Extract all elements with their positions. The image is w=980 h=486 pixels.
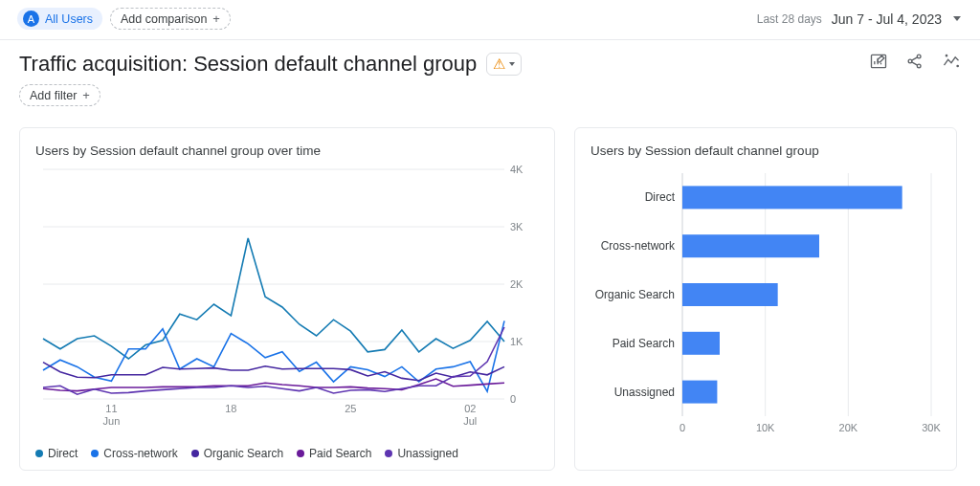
legend-item[interactable]: Unassigned: [385, 447, 457, 460]
bar-unassigned: [682, 381, 717, 404]
bar-category-label: Unassigned: [614, 386, 675, 399]
topbar-left: A All Users Add comparison +: [17, 8, 231, 30]
x-tick-label: 11: [105, 403, 117, 414]
report-header: Traffic acquisition: Session default cha…: [0, 40, 980, 110]
add-comparison-button[interactable]: Add comparison +: [110, 8, 231, 30]
bar-chart-card: Users by Session default channel group 0…: [574, 127, 957, 471]
share-icon[interactable]: [905, 52, 924, 71]
add-filter-label: Add filter: [30, 89, 77, 102]
line-chart-card: Users by Session default channel group o…: [19, 127, 555, 471]
bar-category-label: Cross-network: [601, 239, 676, 253]
y-tick-label: 1K: [510, 336, 523, 347]
svg-line-7: [912, 57, 918, 60]
add-comparison-label: Add comparison: [121, 12, 207, 26]
bar-organic-search: [682, 283, 778, 306]
x-tick-label: 0: [679, 422, 685, 433]
y-tick-label: 2K: [510, 278, 523, 290]
y-tick-label: 4K: [510, 166, 523, 175]
y-tick-label: 0: [510, 393, 516, 405]
legend-label: Paid Search: [309, 447, 371, 460]
series-line-direct: [43, 238, 504, 359]
topbar: A All Users Add comparison + Last 28 day…: [0, 0, 980, 40]
title-row: Traffic acquisition: Session default cha…: [19, 52, 522, 77]
date-label: Last 28 days: [757, 12, 822, 26]
bar-chart: 010K20K30KDirectCross-networkOrganic Sea…: [590, 166, 941, 447]
legend-swatch-icon: [191, 450, 199, 457]
warning-triangle-icon: ⚠: [493, 55, 505, 73]
plus-icon: +: [212, 11, 220, 26]
x-tick-label: 18: [225, 403, 236, 414]
svg-point-10: [957, 65, 958, 66]
svg-point-5: [917, 55, 921, 58]
legend-item[interactable]: Direct: [35, 447, 78, 460]
series-line-cross-network: [43, 320, 504, 391]
x-tick-label: 30K: [922, 422, 941, 433]
date-range-picker[interactable]: Last 28 days Jun 7 - Jul 4, 2023: [757, 11, 961, 27]
insights-icon[interactable]: [942, 52, 961, 71]
x-tick-sublabel: Jul: [463, 415, 477, 427]
x-tick-label: 02: [464, 403, 476, 414]
legend-item[interactable]: Organic Search: [191, 447, 283, 460]
bar-category-label: Paid Search: [612, 337, 675, 350]
x-tick-sublabel: Jun: [103, 415, 121, 427]
page-title: Traffic acquisition: Session default cha…: [19, 52, 477, 77]
bar-cross-network: [682, 234, 819, 257]
legend-swatch-icon: [35, 450, 43, 457]
legend-item[interactable]: Paid Search: [297, 447, 371, 460]
add-filter-button[interactable]: Add filter +: [19, 84, 100, 106]
bar-category-label: Direct: [645, 190, 676, 204]
header-actions: [869, 52, 961, 71]
segment-label: All Users: [45, 12, 93, 26]
date-range-text: Jun 7 - Jul 4, 2023: [832, 11, 942, 27]
bar-direct: [682, 186, 902, 209]
svg-point-4: [908, 59, 912, 63]
legend-label: Unassigned: [397, 447, 457, 460]
segment-chip[interactable]: A All Users: [17, 8, 102, 30]
bar-category-label: Organic Search: [595, 288, 675, 301]
svg-point-9: [946, 55, 947, 56]
legend-label: Organic Search: [204, 447, 283, 460]
x-tick-label: 10K: [756, 422, 775, 433]
svg-point-6: [917, 64, 921, 68]
line-chart-legend: DirectCross-networkOrganic SearchPaid Se…: [35, 447, 539, 460]
segment-letter-badge: A: [23, 11, 39, 27]
x-tick-label: 20K: [839, 422, 858, 433]
legend-swatch-icon: [385, 450, 392, 457]
bar-paid-search: [682, 332, 720, 355]
x-tick-label: 25: [345, 403, 356, 414]
bar-chart-title: Users by Session default channel group: [590, 144, 941, 158]
chevron-down-icon: [953, 16, 961, 21]
y-tick-label: 3K: [510, 221, 523, 232]
customize-report-icon[interactable]: [869, 52, 888, 71]
svg-line-8: [912, 62, 918, 65]
line-chart: 01K2K3K4K11Jun182502Jul: [35, 166, 539, 437]
chevron-down-icon: [509, 62, 515, 66]
legend-item[interactable]: Cross-network: [91, 447, 177, 460]
plus-icon: +: [82, 88, 90, 102]
legend-swatch-icon: [91, 450, 99, 457]
legend-label: Cross-network: [103, 447, 177, 460]
cards-row: Users by Session default channel group o…: [0, 110, 980, 471]
legend-label: Direct: [48, 447, 78, 460]
line-chart-title: Users by Session default channel group o…: [35, 144, 539, 158]
legend-swatch-icon: [297, 450, 304, 457]
series-line-organic-search: [43, 363, 504, 381]
sampling-warning-chip[interactable]: ⚠: [486, 53, 522, 76]
